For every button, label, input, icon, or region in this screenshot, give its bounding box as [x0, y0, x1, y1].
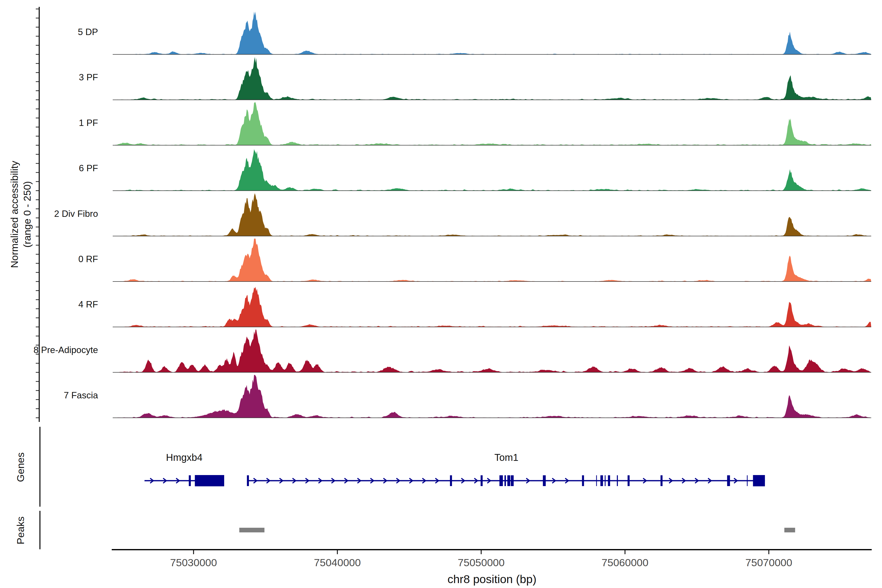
- y-axis-tick: [36, 208, 39, 209]
- gene-exon: [500, 475, 503, 486]
- x-axis-tick: [768, 550, 769, 554]
- gene-exon: [189, 475, 191, 486]
- track-signal-2-div-fibro: [114, 193, 871, 236]
- y-axis-tick: [36, 54, 39, 55]
- y-axis-tick: [36, 63, 39, 64]
- x-axis-tick: [624, 550, 626, 554]
- y-axis-tick: [36, 127, 39, 128]
- y-axis-tick: [36, 145, 39, 146]
- gene-exon: [582, 475, 584, 486]
- y-axis-tick: [36, 27, 39, 27]
- gene-exon-box: [753, 475, 765, 486]
- x-axis-tick: [481, 550, 482, 554]
- y-axis-tick: [36, 254, 39, 255]
- genes-bracket: [39, 427, 40, 507]
- y-axis-tick: [36, 336, 39, 336]
- track-signal-6-pf: [114, 149, 871, 190]
- x-axis-tick: [337, 550, 338, 554]
- y-axis-tick: [36, 181, 39, 182]
- y-axis-tick: [36, 90, 39, 91]
- track-signal-7-fascia: [114, 375, 871, 418]
- y-axis-tick: [36, 72, 39, 73]
- y-axis-tick: [36, 200, 39, 200]
- y-axis-tick: [36, 408, 39, 409]
- gene-exon: [450, 475, 452, 486]
- gene-exon: [660, 475, 663, 486]
- y-axis-tick: [36, 45, 39, 46]
- track-signal-1-pf: [114, 102, 871, 145]
- y-axis-tick: [36, 363, 39, 364]
- y-axis-tick: [36, 399, 39, 400]
- gene-exon: [596, 475, 597, 486]
- y-axis-tick: [36, 263, 39, 264]
- x-axis-tick: [193, 550, 194, 554]
- peak-bar: [784, 528, 795, 532]
- track-signal-0-rf: [114, 238, 871, 282]
- accessibility-axis-line: [39, 7, 40, 422]
- y-axis-tick: [36, 290, 39, 291]
- y-axis-tick: [36, 226, 39, 227]
- y-axis-tick: [36, 281, 39, 282]
- y-axis-tick: [36, 99, 39, 100]
- genome-browser-figure: Normalized accessibility (range 0 - 250)…: [0, 0, 882, 588]
- y-axis-tick: [36, 81, 39, 82]
- gene-exon: [600, 475, 603, 486]
- track-signal-3-pf: [114, 57, 871, 100]
- x-axis-line: [112, 549, 872, 550]
- track-signal-5-dp: [114, 12, 871, 54]
- y-axis-tick: [36, 9, 39, 9]
- y-axis-tick: [36, 218, 39, 218]
- y-axis-tick: [36, 18, 39, 18]
- gene-exon: [507, 475, 510, 486]
- gene-exon-box: [195, 475, 224, 486]
- y-axis-tick: [36, 118, 39, 118]
- y-axis-tick: [36, 381, 39, 382]
- y-axis-tick: [36, 345, 39, 345]
- y-axis-tick: [36, 417, 39, 418]
- track-signal-8-pre-adipocyte: [114, 330, 871, 372]
- y-axis-tick: [36, 136, 39, 136]
- gene-exon: [747, 475, 748, 486]
- y-axis-tick: [36, 327, 39, 327]
- y-axis-tick: [36, 309, 39, 309]
- gene-exon: [617, 475, 618, 486]
- gene-exon: [608, 475, 610, 486]
- y-axis-tick: [36, 36, 39, 36]
- y-axis-tick: [36, 245, 39, 246]
- gene-exon: [628, 475, 630, 486]
- gene-exon: [604, 475, 606, 486]
- gene-exon: [504, 475, 506, 486]
- y-axis-tick: [36, 108, 39, 109]
- gene-exon: [247, 475, 249, 486]
- y-axis-tick: [36, 236, 39, 236]
- y-axis-tick: [36, 163, 39, 164]
- y-axis-tick: [36, 318, 39, 318]
- gene-exon: [727, 475, 730, 486]
- y-axis-tick: [36, 154, 39, 154]
- y-axis-tick: [36, 299, 39, 300]
- y-axis-tick: [36, 354, 39, 354]
- peaks-bracket: [39, 511, 40, 549]
- gene-exon: [543, 475, 546, 486]
- accessibility-plot-canvas: [0, 0, 882, 588]
- y-axis-tick: [36, 172, 39, 173]
- peak-bar: [239, 528, 265, 532]
- gene-exon: [511, 475, 514, 486]
- y-axis-tick: [36, 372, 39, 373]
- gene-exon: [481, 475, 483, 486]
- y-axis-tick: [36, 390, 39, 391]
- y-axis-tick: [36, 272, 39, 273]
- y-axis-tick: [36, 190, 39, 191]
- track-signal-4-rf: [114, 287, 871, 327]
